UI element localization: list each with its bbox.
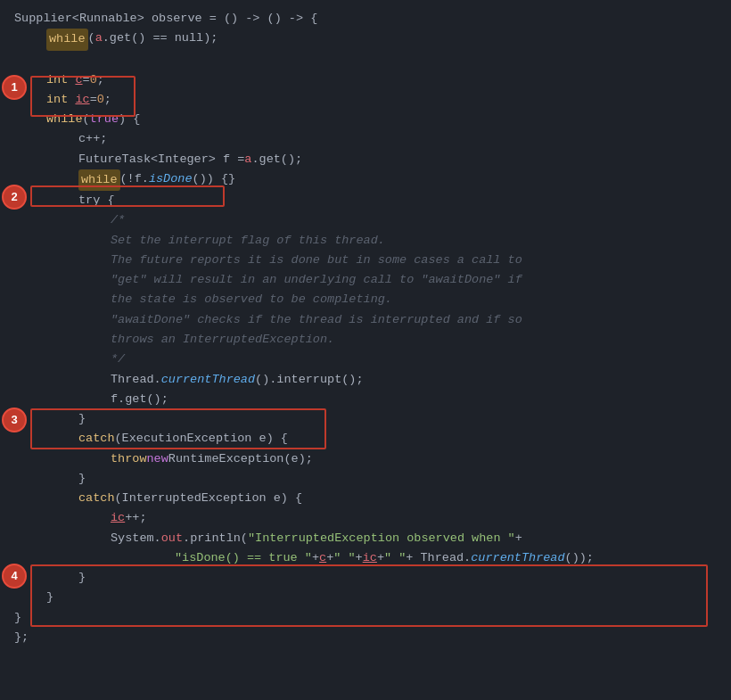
code-token: catch — [78, 489, 115, 508]
code-line: The future reports it is done but in som… — [0, 251, 731, 270]
code-token: int — [46, 70, 68, 90]
code-token: System. — [111, 529, 161, 548]
code-line: } — [0, 469, 731, 489]
code-line — [0, 51, 731, 70]
code-line: throw new RuntimeException(e); — [0, 449, 731, 469]
code-line: } — [0, 608, 731, 628]
code-line: f.get(); — [0, 390, 731, 409]
code-token: The future reports it is done but in som… — [111, 251, 522, 270]
code-token: ic — [111, 508, 125, 528]
code-token: c — [319, 548, 326, 568]
code-token: Thread. — [111, 370, 161, 390]
annotation-3: 3 — [2, 408, 27, 432]
code-line: } — [0, 409, 731, 429]
code-token: isDone — [149, 169, 193, 189]
code-line: */ — [0, 350, 731, 369]
code-line: "isDone() == true " + c + " " + ic + " "… — [0, 548, 731, 568]
code-token: 0 — [97, 90, 104, 110]
code-token: throws an InterruptedException. — [111, 330, 334, 350]
code-line: while ( a .get() == null); — [0, 29, 731, 50]
code-line: FutureTask<Integer> f = a .get(); — [0, 150, 731, 169]
code-line: while (!f. isDone ()) {} — [0, 169, 731, 191]
code-token: (InterruptedException e) { — [115, 489, 303, 508]
code-token: try { — [78, 191, 115, 210]
code-token: ic — [363, 548, 377, 568]
code-token: } — [46, 588, 53, 607]
code-token: "awaitDone" checks if the thread is inte… — [111, 310, 522, 330]
code-token: ( — [83, 110, 90, 129]
annotation-1: 1 — [2, 75, 27, 100]
code-token: + — [326, 548, 333, 568]
code-token: + — [312, 548, 319, 568]
code-token: + Thread. — [406, 548, 471, 568]
code-token: ++; — [125, 508, 146, 528]
code-token: .get() == null); — [103, 29, 218, 48]
code-token — [68, 70, 75, 90]
code-token: "isDone() == true " — [175, 548, 312, 568]
code-token: c — [75, 70, 82, 90]
code-token: currentThread — [471, 548, 564, 568]
code-token: int — [46, 90, 68, 110]
code-line: } — [0, 568, 731, 588]
annotation-2: 2 — [2, 185, 27, 210]
code-line: Set the interrupt flag of this thread. — [0, 231, 731, 251]
code-token: ()) {} — [193, 169, 236, 189]
code-token: currentThread — [161, 370, 255, 390]
code-line: Thread. currentThread ().interrupt(); — [0, 370, 731, 390]
code-line: catch (InterruptedException e) { — [0, 489, 731, 508]
code-token: ().interrupt(); — [255, 370, 364, 390]
code-token: .get(); — [251, 150, 302, 169]
code-token: while — [46, 110, 83, 129]
code-line: System. out .println( "InterruptedExcept… — [0, 529, 731, 548]
code-line: Supplier<Runnable> observe = () -> () ->… — [0, 9, 731, 29]
code-line: c++; — [0, 129, 731, 149]
code-token: true — [90, 110, 119, 129]
code-token: the state is observed to be completing. — [111, 290, 392, 309]
code-token: 0 — [90, 70, 97, 90]
code-token — [68, 90, 75, 110]
code-token: throw — [111, 449, 147, 469]
code-block: 1 2 3 4 Supplier<Runnable> observe = () … — [0, 0, 731, 656]
code-line: } — [0, 588, 731, 607]
code-token: */ — [111, 350, 125, 369]
code-token: } — [78, 409, 86, 429]
code-token: } — [78, 469, 86, 489]
code-token: while — [78, 169, 120, 191]
code-token: ; — [104, 90, 111, 110]
code-line: "get" will result in an underlying call … — [0, 270, 731, 290]
code-token: + — [377, 548, 384, 568]
code-token: f.get(); — [111, 390, 168, 409]
code-token: ; — [97, 70, 104, 90]
code-line: try { — [0, 191, 731, 210]
code-token: RuntimeException(e); — [168, 449, 313, 469]
code-token: ic — [75, 90, 89, 110]
code-line: /* — [0, 210, 731, 230]
code-line: ic ++; — [0, 508, 731, 528]
code-line: int c = 0 ; — [0, 70, 731, 90]
code-token: c++; — [78, 129, 107, 149]
code-token: " " — [384, 548, 406, 568]
code-token: + — [515, 529, 522, 548]
code-token: " " — [333, 548, 355, 568]
code-token: = — [90, 90, 97, 110]
code-token: ()); — [565, 548, 594, 568]
code-line: throws an InterruptedException. — [0, 330, 731, 350]
code-token: a — [244, 150, 251, 169]
code-token: Supplier<Runnable> observe = () -> () ->… — [14, 9, 317, 29]
code-token: (!f. — [120, 169, 149, 189]
code-token: while — [46, 29, 88, 50]
code-token: + — [356, 548, 363, 568]
code-token: = — [83, 70, 90, 90]
code-token: } — [78, 568, 86, 588]
code-line: "awaitDone" checks if the thread is inte… — [0, 310, 731, 330]
code-token: out — [161, 529, 183, 548]
code-token: (ExecutionException e) { — [115, 429, 288, 449]
code-token: /* — [111, 210, 125, 230]
code-token: a — [95, 29, 103, 48]
code-token: new — [147, 449, 168, 469]
code-token: Set the interrupt flag of this thread. — [111, 231, 385, 251]
code-token: }; — [14, 628, 29, 647]
code-token: "get" will result in an underlying call … — [111, 270, 522, 290]
code-line: }; — [0, 628, 731, 647]
code-token: FutureTask<Integer> f = — [78, 150, 244, 169]
